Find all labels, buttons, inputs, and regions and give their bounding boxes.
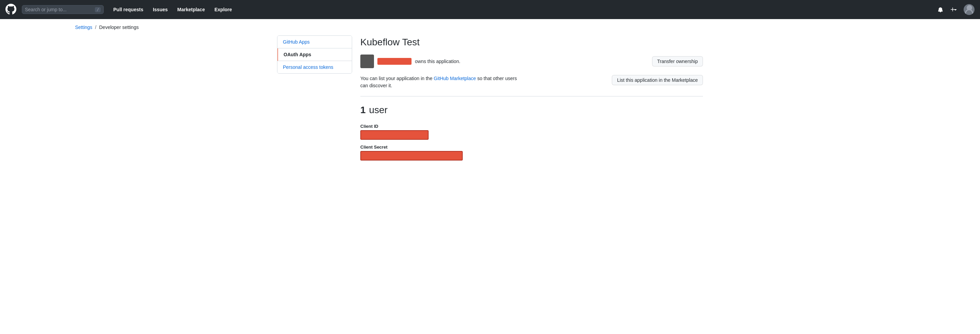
client-secret-label: Client Secret bbox=[360, 144, 703, 150]
sidebar-item-oauth-apps[interactable]: OAuth Apps bbox=[277, 48, 352, 61]
breadcrumb: Settings / Developer settings bbox=[75, 19, 980, 35]
client-secret-value-redacted bbox=[360, 151, 463, 160]
app-title: Kubeflow Test bbox=[360, 37, 703, 48]
ownership-row: owns this application. Transfer ownershi… bbox=[360, 55, 703, 68]
github-marketplace-link[interactable]: GitHub Marketplace bbox=[434, 76, 476, 81]
search-input[interactable] bbox=[25, 7, 92, 12]
client-id-label: Client ID bbox=[360, 124, 703, 129]
nav-explore[interactable]: Explore bbox=[210, 4, 236, 15]
github-logo[interactable] bbox=[5, 4, 16, 16]
user-count-number: 1 bbox=[360, 104, 366, 115]
main-content: Kubeflow Test owns this application. Tra… bbox=[360, 35, 703, 165]
nav-issues[interactable]: Issues bbox=[149, 4, 172, 15]
credentials-section: Client ID Client Secret bbox=[360, 124, 703, 160]
search-box[interactable]: / bbox=[22, 5, 104, 14]
owner-name-redacted bbox=[377, 58, 412, 65]
transfer-ownership-button[interactable]: Transfer ownership bbox=[652, 56, 703, 66]
marketplace-text-before: You can list your application in the bbox=[360, 76, 434, 81]
nav-right bbox=[936, 4, 975, 15]
user-count-section: 1 user bbox=[360, 104, 703, 116]
list-in-marketplace-button[interactable]: List this application in the Marketplace bbox=[612, 75, 703, 85]
navbar: / Pull requests Issues Marketplace Explo… bbox=[0, 0, 980, 19]
new-button[interactable] bbox=[948, 5, 959, 14]
sidebar-item-github-apps[interactable]: GitHub Apps bbox=[277, 36, 352, 48]
notifications-button[interactable] bbox=[936, 5, 945, 14]
page-layout: GitHub Apps OAuth Apps Personal access t… bbox=[272, 35, 708, 165]
marketplace-row: You can list your application in the Git… bbox=[360, 75, 703, 97]
owner-info: owns this application. bbox=[360, 55, 460, 68]
breadcrumb-separator: / bbox=[95, 25, 97, 30]
breadcrumb-settings-link[interactable]: Settings bbox=[75, 25, 92, 30]
owns-text: owns this application. bbox=[415, 59, 460, 64]
user-avatar[interactable] bbox=[964, 4, 975, 15]
nav-links: Pull requests Issues Marketplace Explore bbox=[109, 4, 931, 15]
nav-pull-requests[interactable]: Pull requests bbox=[109, 4, 147, 15]
breadcrumb-current: Developer settings bbox=[99, 25, 138, 30]
search-shortcut: / bbox=[95, 7, 101, 12]
owner-avatar bbox=[360, 55, 374, 68]
nav-marketplace[interactable]: Marketplace bbox=[173, 4, 209, 15]
client-id-value-redacted bbox=[360, 130, 429, 140]
sidebar: GitHub Apps OAuth Apps Personal access t… bbox=[277, 35, 352, 165]
user-count-label: user bbox=[369, 104, 387, 115]
sidebar-item-personal-access-tokens[interactable]: Personal access tokens bbox=[277, 61, 352, 73]
sidebar-nav: GitHub Apps OAuth Apps Personal access t… bbox=[277, 35, 352, 74]
marketplace-description: You can list your application in the Git… bbox=[360, 75, 524, 89]
